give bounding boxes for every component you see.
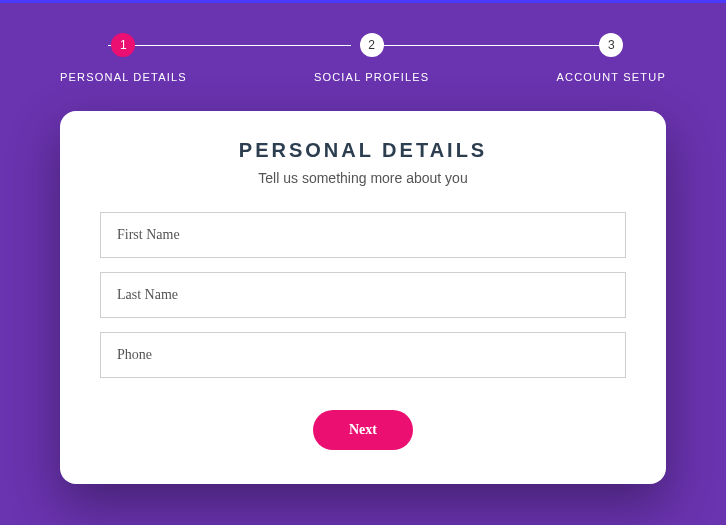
step-label: PERSONAL DETAILS (60, 71, 187, 83)
step-number: 3 (599, 33, 623, 57)
page-subtitle: Tell us something more about you (100, 170, 626, 186)
next-button[interactable]: Next (313, 410, 413, 450)
step-social-profiles[interactable]: 2 SOCIAL PROFILES (314, 33, 429, 83)
last-name-field[interactable] (100, 272, 626, 318)
page-title: PERSONAL DETAILS (100, 139, 626, 162)
form-card: PERSONAL DETAILS Tell us something more … (60, 111, 666, 484)
step-number: 2 (360, 33, 384, 57)
stepper: 1 PERSONAL DETAILS 2 SOCIAL PROFILES 3 A… (0, 3, 726, 83)
step-number: 1 (111, 33, 135, 57)
first-name-field[interactable] (100, 212, 626, 258)
step-label: ACCOUNT SETUP (556, 71, 666, 83)
step-personal-details[interactable]: 1 PERSONAL DETAILS (60, 33, 187, 83)
step-label: SOCIAL PROFILES (314, 71, 429, 83)
step-account-setup[interactable]: 3 ACCOUNT SETUP (556, 33, 666, 83)
button-row: Next (100, 410, 626, 450)
phone-field[interactable] (100, 332, 626, 378)
